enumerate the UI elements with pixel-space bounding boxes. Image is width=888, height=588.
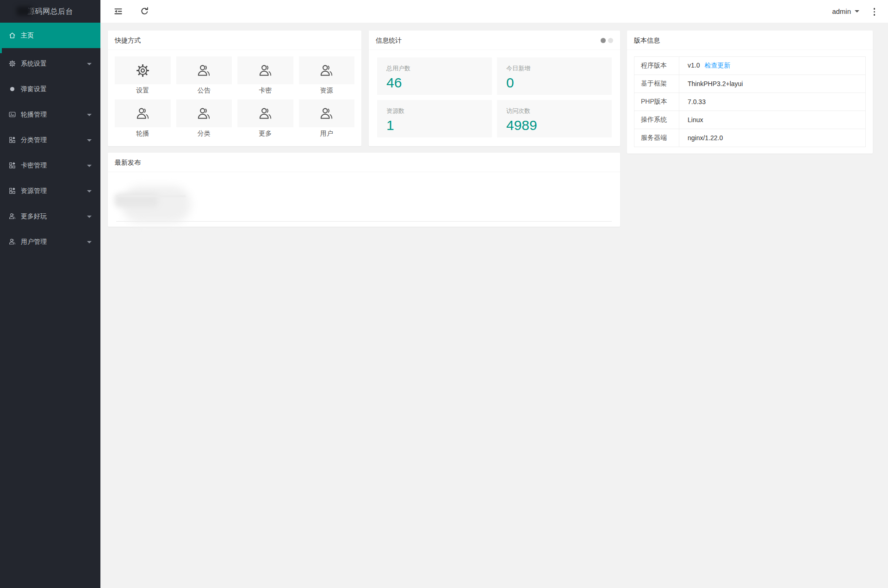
friends-icon <box>196 63 211 78</box>
table-row: 基于框架 ThinkPHP3.2+layui <box>634 75 866 93</box>
sidebar-item-category-management[interactable]: 分类管理 <box>0 127 100 153</box>
stat-total-users: 总用户数 46 <box>377 57 492 95</box>
sidebar-item-carousel-management[interactable]: 轮播管理 <box>0 102 100 127</box>
chevron-down-icon <box>87 139 92 142</box>
stats-card: 信息统计 总用户数 46 今日新增 0 资源数 1 访问次数 4989 <box>369 31 620 146</box>
gear-icon <box>8 60 16 68</box>
sidebar-item-label: 弹窗设置 <box>21 85 47 93</box>
shortcut-resource[interactable]: 资源 <box>299 56 355 99</box>
table-row: 服务器端 nginx/1.22.0 <box>634 129 866 147</box>
latest-release-body <box>108 172 620 226</box>
chevron-down-icon <box>87 190 92 192</box>
shortcut-label: 分类 <box>176 127 232 139</box>
stat-new-today: 今日新增 0 <box>497 57 612 95</box>
version-row-label: 操作系统 <box>634 111 679 129</box>
sidebar-item-system-settings[interactable]: 系统设置 <box>0 51 100 76</box>
sidebar-item-label: 系统设置 <box>21 60 47 68</box>
version-card-title: 版本信息 <box>627 31 873 50</box>
chevron-down-icon <box>87 216 92 218</box>
table-row: PHP版本 7.0.33 <box>634 93 866 111</box>
friends-icon <box>319 63 334 78</box>
table-row: 程序版本 v1.0检查更新 <box>634 57 866 75</box>
stats-card-header: 信息统计 <box>369 31 620 50</box>
friends-icon <box>135 106 150 121</box>
shortcut-more[interactable]: 更多 <box>237 99 293 142</box>
sidebar-item-label: 主页 <box>21 31 34 40</box>
sidebar: 源码网总后台 主页 系统设置 弹窗设置 轮播管理 分类管理 卡密管理 <box>0 0 100 588</box>
shortcut-label: 卡密 <box>237 84 293 96</box>
kebab-menu-icon[interactable] <box>872 7 877 16</box>
shortcut-label: 更多 <box>237 127 293 139</box>
stat-label: 访问次数 <box>506 107 602 115</box>
refresh-icon[interactable] <box>140 6 149 16</box>
sidebar-item-home[interactable]: 主页 <box>0 23 100 48</box>
grid-icon <box>8 187 16 195</box>
stat-value: 4989 <box>506 118 602 133</box>
sidebar-item-cardkey-management[interactable]: 卡密管理 <box>0 153 100 178</box>
version-row-value: ThinkPHP3.2+layui <box>679 75 866 93</box>
friends-icon <box>258 63 273 78</box>
chevron-down-icon <box>87 165 92 167</box>
collapse-menu-icon[interactable] <box>113 6 123 16</box>
stats-grid: 总用户数 46 今日新增 0 资源数 1 访问次数 4989 <box>369 50 620 145</box>
check-update-link[interactable]: 检查更新 <box>704 62 730 69</box>
shortcut-settings[interactable]: 设置 <box>115 56 171 99</box>
sidebar-item-more-fun[interactable]: 更多好玩 <box>0 204 100 229</box>
friends-icon <box>319 106 334 121</box>
stats-card-title: 信息统计 <box>376 37 402 44</box>
stat-label: 总用户数 <box>386 64 483 73</box>
sidebar-item-label: 卡密管理 <box>21 161 47 170</box>
shortcut-cardkey[interactable]: 卡密 <box>237 56 293 99</box>
friends-icon <box>196 106 211 121</box>
chevron-down-icon <box>87 63 92 65</box>
version-row-label: 基于框架 <box>634 75 679 93</box>
shortcut-label: 公告 <box>176 84 232 96</box>
shortcut-label: 资源 <box>299 84 355 96</box>
version-row-value: 7.0.33 <box>679 93 866 111</box>
row-divider <box>116 221 612 222</box>
version-card: 版本信息 程序版本 v1.0检查更新 基于框架 ThinkPHP3.2+layu… <box>627 31 873 154</box>
stat-visits: 访问次数 4989 <box>497 100 612 137</box>
grid-icon <box>8 136 16 144</box>
image-icon <box>8 111 16 118</box>
sidebar-item-user-management[interactable]: 用户管理 <box>0 229 100 254</box>
shortcut-announcement[interactable]: 公告 <box>176 56 232 99</box>
latest-release-card: 最新发布 <box>108 153 620 227</box>
shortcut-category[interactable]: 分类 <box>176 99 232 142</box>
app-logo: 源码网总后台 <box>0 0 100 23</box>
stat-value: 0 <box>506 75 602 90</box>
stat-label: 今日新增 <box>506 64 602 73</box>
version-row-value: nginx/1.22.0 <box>679 129 866 147</box>
shortcut-label: 用户 <box>299 127 355 139</box>
version-row-label: 程序版本 <box>634 57 679 75</box>
shortcut-carousel[interactable]: 轮播 <box>115 99 171 142</box>
version-row-value: v1.0 <box>688 62 700 69</box>
sidebar-item-label: 资源管理 <box>21 187 47 195</box>
sidebar-item-label: 更多好玩 <box>21 212 47 221</box>
friends-icon <box>8 212 16 220</box>
friends-icon <box>8 238 16 246</box>
shortcuts-card: 快捷方式 设置 公告 卡密 资源 轮播 分类 更多 <box>108 31 361 146</box>
grid-icon <box>8 161 16 169</box>
sidebar-item-label: 分类管理 <box>21 136 47 144</box>
dot-icon <box>8 85 16 93</box>
user-dropdown[interactable]: admin <box>832 0 859 23</box>
stat-value: 1 <box>386 118 483 133</box>
carousel-dot[interactable] <box>608 38 613 43</box>
home-icon <box>8 31 16 39</box>
chevron-down-icon <box>87 114 92 116</box>
sidebar-item-resource-management[interactable]: 资源管理 <box>0 178 100 204</box>
stat-label: 资源数 <box>386 107 483 115</box>
version-row-label: 服务器端 <box>634 129 679 147</box>
gear-icon <box>135 63 150 78</box>
carousel-dots <box>601 38 613 43</box>
shortcut-user[interactable]: 用户 <box>299 99 355 142</box>
redacted-content-blur <box>116 195 186 197</box>
sidebar-item-popup-settings[interactable]: 弹窗设置 <box>0 76 100 102</box>
sidebar-menu: 系统设置 弹窗设置 轮播管理 分类管理 卡密管理 资源管理 <box>0 51 100 254</box>
shortcut-label: 设置 <box>115 84 171 96</box>
username-label: admin <box>832 7 851 15</box>
stat-resources: 资源数 1 <box>377 100 492 137</box>
shortcut-label: 轮播 <box>115 127 171 139</box>
carousel-dot-active[interactable] <box>601 38 606 43</box>
